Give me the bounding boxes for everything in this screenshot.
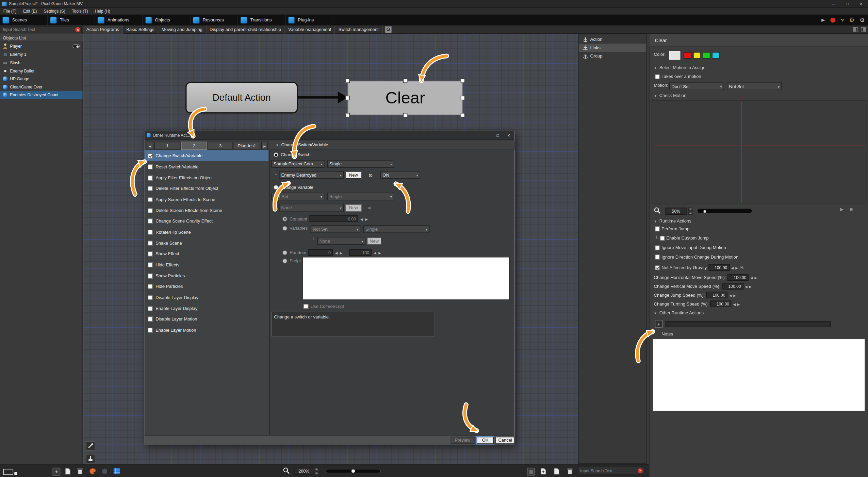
new-variables-button[interactable]: New xyxy=(367,237,381,245)
tab-tiles[interactable]: Tiles xyxy=(48,15,95,26)
random-max-value[interactable]: 100 xyxy=(349,249,372,256)
dock-left-icon[interactable] xyxy=(853,27,858,32)
collapse-triangle-icon[interactable]: ▼ xyxy=(654,94,657,97)
trash-icon[interactable] xyxy=(77,468,83,475)
list-item[interactable]: Reset Switch/Variable xyxy=(145,161,268,172)
spinner-left-icon[interactable]: ◀ xyxy=(374,250,376,254)
checkbox[interactable] xyxy=(148,295,153,300)
variables-scope-dropdown[interactable]: Single▾ xyxy=(363,225,429,233)
list-item[interactable]: Shake Scene xyxy=(145,237,268,249)
section-select-motion[interactable]: ▼ Select Motion to Assign xyxy=(654,65,705,70)
checkbox[interactable] xyxy=(148,284,153,289)
radio[interactable] xyxy=(274,152,279,157)
use-coffeescript-row[interactable]: Use CoffeeScript xyxy=(304,304,344,309)
dialog-tab-3[interactable]: 3 xyxy=(208,142,233,150)
tab-animations[interactable]: Animations xyxy=(95,15,143,26)
script-radio-row[interactable]: Script xyxy=(282,259,301,264)
object-item-enemy-bullet[interactable]: Enemy Bullet xyxy=(0,67,82,75)
dialog-tab-plugins[interactable]: Plug-ins1 xyxy=(234,142,260,150)
random-min-value[interactable]: 0 xyxy=(309,249,333,256)
speed-value[interactable]: 100.00 xyxy=(727,274,749,281)
other-runtime-actions-list[interactable] xyxy=(665,321,831,327)
check-enable-custom-jump[interactable]: └ Enable Custom Jump xyxy=(655,236,709,241)
constant-radio-row[interactable]: Constant 0.00 ◀ ▶ xyxy=(282,215,368,222)
color-swatch-selected[interactable] xyxy=(669,51,681,60)
node-clear[interactable]: Clear xyxy=(348,81,463,115)
palette-icon[interactable] xyxy=(89,468,96,475)
checkbox[interactable] xyxy=(148,251,153,256)
check-ignore-move-input[interactable]: Ignore Move Input During Motion xyxy=(655,245,726,250)
checkbox[interactable] xyxy=(148,197,153,202)
selection-handle[interactable] xyxy=(345,79,350,83)
tree-item-group[interactable]: Group xyxy=(579,52,646,60)
tab-moving-jumping[interactable]: Moving and Jumping xyxy=(158,25,206,33)
selection-handle[interactable] xyxy=(403,113,407,117)
list-item[interactable]: Disable Layer Display xyxy=(145,292,268,303)
tab-scroll-left-icon[interactable]: ◀ xyxy=(147,142,153,150)
tree-item-links[interactable]: Links xyxy=(579,44,646,52)
spinner-right-icon[interactable]: ▶ xyxy=(340,250,343,254)
menu-edit[interactable]: Edit (E) xyxy=(20,9,40,14)
selection-point-icon[interactable] xyxy=(14,472,17,475)
zoom-increase-button[interactable]: + xyxy=(688,208,692,211)
checkbox[interactable] xyxy=(655,74,660,79)
slider-thumb[interactable] xyxy=(351,469,356,473)
check-ignore-direction-change[interactable]: Ignore Direction Change During Motion xyxy=(655,254,738,260)
checkbox[interactable] xyxy=(148,208,153,213)
selection-handle[interactable] xyxy=(345,113,350,117)
checkbox[interactable] xyxy=(660,236,665,241)
add-page-icon[interactable] xyxy=(540,468,546,475)
spinner-right-icon[interactable]: ▶ xyxy=(735,265,738,269)
add-runtime-action-button[interactable]: + xyxy=(655,320,663,328)
checkbox[interactable] xyxy=(148,262,153,267)
preview-stop-icon[interactable]: ■ xyxy=(850,207,853,212)
dialog-tab-1[interactable]: 1 xyxy=(154,142,180,150)
collapse-triangle-icon[interactable]: ▼ xyxy=(276,143,279,147)
close-button[interactable]: ✕ xyxy=(854,0,868,7)
spinner-right-icon[interactable]: ▶ xyxy=(737,302,740,306)
color-swatch-green[interactable] xyxy=(703,52,710,59)
tab-resources[interactable]: Resources xyxy=(191,15,238,26)
objects-search-input[interactable] xyxy=(1,27,75,32)
checkbox[interactable] xyxy=(148,186,153,191)
help-icon[interactable]: ? xyxy=(841,17,844,23)
spinner-right-icon[interactable]: ▶ xyxy=(378,250,381,254)
options-gear-icon[interactable]: ⚙ xyxy=(860,17,865,23)
play-icon[interactable]: ▶ xyxy=(821,18,825,23)
spinner-right-icon[interactable]: ▶ xyxy=(733,293,736,297)
canvas-zoom-slider[interactable] xyxy=(326,469,381,473)
toggle-icon[interactable] xyxy=(72,44,80,48)
dialog-close-button[interactable]: ✕ xyxy=(503,131,514,139)
checkbox[interactable] xyxy=(148,164,153,169)
checkbox[interactable] xyxy=(655,226,660,231)
selection-handle[interactable] xyxy=(403,79,407,83)
collapse-triangle-icon[interactable]: ▼ xyxy=(654,219,657,223)
node-default-action[interactable]: Default Action xyxy=(185,82,298,114)
tab-transitions[interactable]: Transitions xyxy=(238,15,286,26)
color-swatch-red[interactable] xyxy=(684,52,691,59)
selection-handle[interactable] xyxy=(461,113,465,117)
minimize-button[interactable]: – xyxy=(826,0,840,7)
clear-search-icon[interactable]: ✕ xyxy=(75,27,80,32)
section-other-runtime-actions[interactable]: ▼ Other Runtime Actions xyxy=(654,311,703,316)
node-connection[interactable] xyxy=(298,96,339,99)
new-variable-button[interactable]: New xyxy=(345,204,361,211)
new-switch-button[interactable]: New xyxy=(345,171,361,179)
selection-rect-icon[interactable] xyxy=(3,469,13,475)
objects-search[interactable]: ✕ xyxy=(1,26,82,33)
ok-button[interactable]: OK xyxy=(477,437,494,444)
preview-zoom-slider[interactable] xyxy=(697,208,752,214)
constant-value[interactable]: 0.00 xyxy=(310,215,358,222)
list-item[interactable]: Disable Layer Motion xyxy=(145,313,268,325)
list-item[interactable]: Delete Screen Effects from Scene xyxy=(145,205,268,216)
motion-dropdown[interactable]: Don't Set▾ xyxy=(669,82,724,90)
checkbox[interactable] xyxy=(148,153,153,158)
menu-settings[interactable]: Settings (S) xyxy=(40,9,68,14)
menu-help[interactable]: Help (H) xyxy=(92,9,114,14)
takes-over-motion-row[interactable]: Takes over a motion xyxy=(655,74,701,79)
object-item-hp-gauge[interactable]: HP Gauge xyxy=(0,75,82,83)
dock-right-icon[interactable] xyxy=(861,27,866,32)
list-item[interactable]: Change Scene Gravity Effect xyxy=(145,215,268,227)
dialog-maximize-button[interactable]: □ xyxy=(492,131,503,139)
switch-value-dropdown[interactable]: ON▾ xyxy=(380,171,420,179)
